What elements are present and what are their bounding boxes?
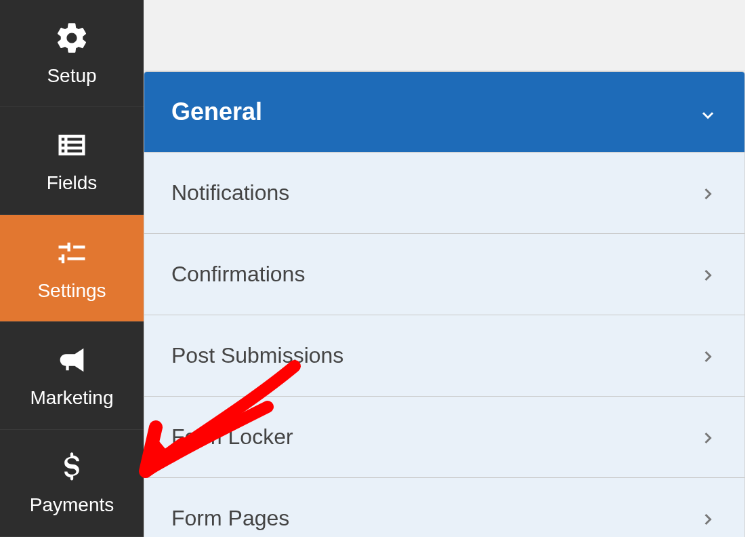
bullhorn-icon [54,342,89,378]
panel-row-form-pages[interactable]: Form Pages [144,477,744,537]
sidebar-item-label: Payments [30,494,114,516]
topbar [144,0,745,71]
panel-row-label: Form Pages [171,506,289,531]
gear-icon [54,20,89,56]
panel-section-general[interactable]: General [144,72,744,152]
main-content: General Notifications Confirmations [144,0,745,537]
sidebar-item-label: Settings [37,280,106,302]
chevron-right-icon [698,346,717,365]
sidebar-item-fields[interactable]: Fields [0,107,144,214]
panel-row-label: Form Locker [171,424,293,450]
sidebar-item-setup[interactable]: Setup [0,0,144,107]
chevron-down-icon [698,102,717,121]
settings-panel-container[interactable]: General Notifications Confirmations [144,71,745,537]
panel-row-label: Notifications [171,180,289,205]
panel-row-form-locker[interactable]: Form Locker [144,396,744,477]
sidebar-item-settings[interactable]: Settings [0,215,144,322]
panel-row-label: Post Submissions [171,343,343,368]
sidebar-item-label: Marketing [30,387,114,409]
dollar-icon [54,450,89,485]
chevron-right-icon [698,509,717,528]
chevron-right-icon [698,184,717,203]
sliders-icon [54,235,89,271]
sidebar-item-label: Fields [47,172,98,194]
panel-row-confirmations[interactable]: Confirmations [144,233,744,315]
panel-row-notifications[interactable]: Notifications [144,152,744,233]
list-icon [54,127,89,163]
panel-row-post-submissions[interactable]: Post Submissions [144,315,744,396]
panel-header-label: General [171,98,262,126]
app-root: Setup Fields Settings Marketing Payments [0,0,745,537]
panel-row-label: Confirmations [171,262,305,287]
sidebar-item-marketing[interactable]: Marketing [0,322,144,429]
sidebar: Setup Fields Settings Marketing Payments [0,0,144,537]
chevron-right-icon [698,428,717,447]
sidebar-item-label: Setup [47,65,96,87]
chevron-right-icon [698,265,717,284]
sidebar-item-payments[interactable]: Payments [0,430,144,537]
settings-panel: General Notifications Confirmations [144,71,745,537]
